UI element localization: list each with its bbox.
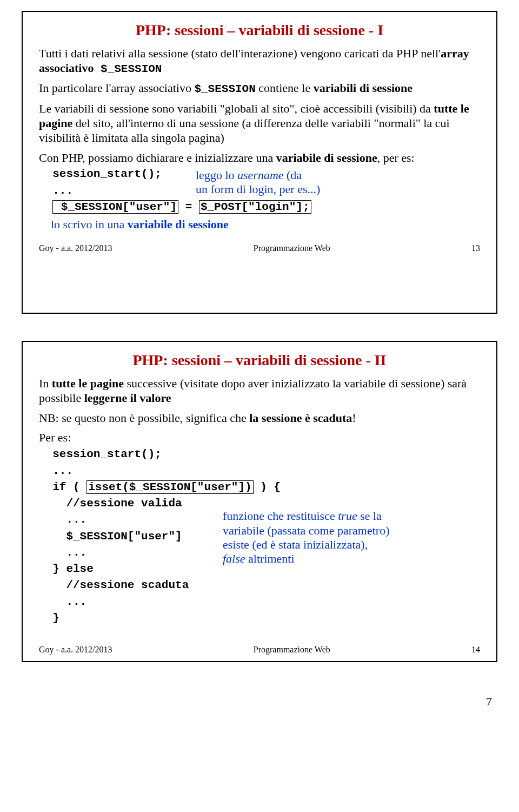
text: , per es: — [377, 151, 415, 164]
annotation-username: leggo lo username (da un form di login, … — [196, 168, 320, 197]
code-c9: //sessione scaduta — [39, 578, 480, 592]
code-c10: ... — [39, 595, 480, 609]
slide1-p2: In particolare l'array associativo $_SES… — [39, 81, 480, 96]
slide2-p3: Per es: — [39, 431, 480, 445]
text: Tutti i dati relativi alla sessione (sta… — [39, 47, 441, 60]
page-number: 7 — [22, 695, 497, 709]
text: Le variabili di sessione sono variabili … — [39, 102, 434, 115]
bold: leggerne il valore — [84, 391, 171, 405]
slide1-p3: Le variabili di sessione sono variabili … — [39, 102, 480, 145]
annotation-isset: funzione che restituisce true se la vari… — [223, 509, 450, 566]
text: se la — [357, 509, 382, 523]
slide-2-title: PHP: sessioni – variabili di sessione - … — [39, 352, 480, 369]
boxed-code: $_POST["login"]; — [199, 200, 311, 214]
slide-2-box: PHP: sessioni – variabili di sessione - … — [22, 341, 497, 662]
slide2-footer: Goy - a.a. 2012/2013 Programmazione Web … — [39, 645, 480, 655]
italic: true — [338, 509, 357, 523]
text: esiste (ed è stata inizializzata), — [223, 538, 368, 551]
footer-left: Goy - a.a. 2012/2013 — [39, 645, 112, 655]
bold: variabili di sessione — [314, 81, 412, 95]
italic: false — [223, 552, 245, 565]
bold: variabile di sessione — [276, 151, 377, 164]
italic: username — [237, 168, 284, 182]
bold: la sessione è scaduta — [249, 411, 352, 425]
text: leggo lo — [196, 168, 237, 182]
t: ) { — [254, 481, 281, 493]
code-c1: session_start(); — [39, 447, 480, 461]
t: if ( — [39, 481, 86, 493]
slide1-p4: Con PHP, possiamo dichiarare e inizializ… — [39, 151, 480, 166]
text: NB: se questo non è possibile, significa… — [39, 411, 249, 425]
text: = — [178, 201, 199, 213]
text: del sito, all'interno di una sessione (a… — [39, 116, 450, 144]
footer-left: Goy - a.a. 2012/2013 — [39, 243, 112, 253]
bold: tutte le pagine — [52, 377, 124, 390]
text: variabile (passata come parametro) — [223, 524, 389, 537]
code-c11: } — [39, 611, 480, 625]
footer-right: 13 — [471, 243, 480, 253]
inline-code: $_SESSION — [94, 63, 162, 75]
inline-code: $_SESSION — [194, 83, 255, 95]
text: In — [39, 377, 52, 390]
slide2-p2: NB: se questo non è possibile, significa… — [39, 411, 480, 426]
text: Con PHP, possiamo dichiarare e inizializ… — [39, 151, 276, 164]
boxed-isset: isset($_SESSION["user"]) — [86, 480, 253, 494]
text: funzione che restituisce — [223, 509, 338, 523]
slide2-p1: In tutte le pagine successive (visitate … — [39, 377, 480, 406]
footer-center: Programmazione Web — [254, 645, 330, 655]
text: lo scrivo in una — [51, 217, 128, 231]
text: ! — [352, 411, 356, 425]
code-c2: ... — [39, 464, 480, 478]
code-line-3: $_SESSION["user"] = $_POST["login"]; — [39, 200, 480, 214]
annotation-write: lo scrivo in una variabile di sessione — [39, 217, 480, 232]
text: In particolare l'array associativo — [39, 81, 194, 95]
slide1-p1: Tutti i dati relativi alla sessione (sta… — [39, 47, 480, 76]
footer-center: Programmazione Web — [254, 243, 330, 253]
text: altrimenti — [245, 552, 295, 565]
slide1-p4-block: Con PHP, possiamo dichiarare e inizializ… — [39, 151, 480, 232]
slide-1-box: PHP: sessioni – variabili di sessione - … — [22, 11, 497, 314]
bold: variabile di sessione — [128, 217, 229, 231]
slide-1-page: PHP: sessioni – variabili di sessione - … — [0, 0, 519, 330]
slide1-footer: Goy - a.a. 2012/2013 Programmazione Web … — [39, 243, 480, 253]
text: un form di login, per es...) — [196, 182, 320, 196]
slide2-code-block: session_start(); ... if ( isset($_SESSIO… — [39, 447, 480, 625]
code-c3: if ( isset($_SESSION["user"]) ) { — [39, 480, 480, 494]
slide-1-title: PHP: sessioni – variabili di sessione - … — [39, 22, 480, 39]
boxed-code: $_SESSION["user"] — [52, 200, 178, 214]
text: contiene le — [256, 81, 314, 95]
text: (da — [284, 168, 302, 182]
slide-2-page: PHP: sessioni – variabili di sessione - … — [0, 330, 519, 725]
footer-right: 14 — [471, 645, 480, 655]
